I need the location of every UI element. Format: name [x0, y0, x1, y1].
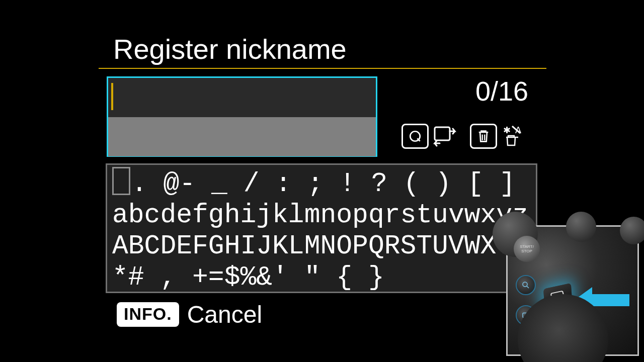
swap-icon[interactable] — [432, 124, 460, 148]
keyboard-row-4[interactable]: *# , +=$%&' " { } — [112, 262, 531, 293]
nickname-input[interactable] — [107, 76, 377, 157]
keyboard-row-3[interactable]: ABCDEFGHIJKLMNOPQRSTUVWXYZ — [112, 231, 531, 262]
trash-case-icon[interactable]: ✱ A — [500, 124, 524, 148]
keyboard-selection-cursor — [112, 167, 130, 195]
info-button-badge: INFO. — [117, 302, 179, 327]
magnify-button — [516, 275, 536, 295]
char-counter: 0/16 — [475, 75, 528, 107]
start-stop-button: START/ STOP — [514, 236, 540, 262]
svg-line-8 — [527, 286, 529, 289]
page-title: Register nickname — [113, 33, 347, 65]
svg-text:✱: ✱ — [503, 125, 511, 135]
keyboard-row-2[interactable]: abcdefghijklmnopqrstuvwxyz — [112, 200, 531, 231]
q-switch-icon[interactable] — [401, 124, 429, 149]
title-underline — [99, 68, 546, 69]
svg-text:A: A — [515, 125, 521, 135]
text-cursor — [111, 83, 113, 110]
camera-knob — [620, 217, 644, 244]
trash-icon[interactable] — [470, 124, 497, 149]
footer-hint: INFO. Cancel — [117, 301, 262, 328]
edit-icon-row: ✱ A — [401, 124, 524, 149]
onscreen-keyboard[interactable]: . @- _ / : ; ! ? ( ) [ ] < >0123456789 a… — [106, 163, 537, 293]
svg-rect-2 — [435, 127, 450, 140]
input-text-area — [108, 78, 376, 117]
cancel-label: Cancel — [187, 301, 262, 328]
hardware-inset: START/ STOP Q — [506, 225, 639, 356]
input-lower-pane — [108, 117, 376, 156]
keyboard-row-1[interactable]: . @- _ / : ; ! ? ( ) [ ] < >0123456789 — [112, 167, 531, 200]
camera-menu-screen: Register nickname 0/16 — [0, 0, 644, 362]
camera-knob — [566, 212, 596, 242]
